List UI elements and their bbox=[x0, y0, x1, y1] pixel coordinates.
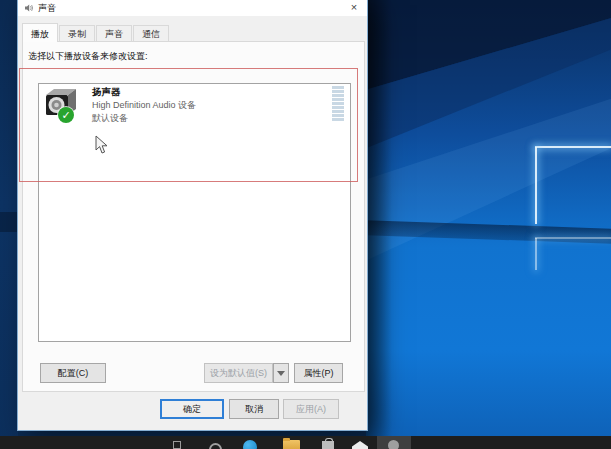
device-list[interactable]: ✓ 扬声器 High Definition Audio 设备 默认设备 bbox=[38, 83, 351, 342]
device-status: 默认设备 bbox=[92, 112, 128, 125]
playback-tab-page: 选择以下播放设备来修改设置: ✓ 扬声器 High Definition Aud… bbox=[22, 41, 365, 392]
mouse-cursor bbox=[95, 135, 109, 155]
edge-browser-icon[interactable] bbox=[243, 440, 257, 449]
speaker-icon bbox=[24, 3, 34, 13]
store-icon[interactable] bbox=[322, 441, 334, 449]
set-default-dropdown-button[interactable] bbox=[273, 363, 289, 383]
properties-button[interactable]: 属性(P) bbox=[294, 363, 343, 383]
sound-dialog: 声音 × 播放 录制 声音 通信 选择以下播放设备来修改设置: bbox=[17, 0, 368, 431]
file-explorer-icon[interactable] bbox=[283, 440, 300, 449]
close-icon[interactable]: × bbox=[343, 0, 365, 15]
wallpaper-dark-band-left bbox=[0, 212, 18, 232]
dialog-title: 声音 bbox=[38, 0, 56, 16]
instruction-text: 选择以下播放设备来修改设置: bbox=[28, 50, 148, 63]
dialog-titlebar[interactable]: 声音 × bbox=[18, 0, 367, 16]
default-device-check-icon: ✓ bbox=[58, 107, 74, 123]
wallpaper-window-glow-line bbox=[535, 146, 611, 148]
ok-button[interactable]: 确定 bbox=[160, 399, 224, 419]
tabstrip: 播放 录制 声音 通信 bbox=[22, 23, 170, 42]
apply-button[interactable]: 应用(A) bbox=[283, 399, 339, 419]
tab-communications[interactable]: 通信 bbox=[133, 25, 169, 42]
cortana-icon[interactable] bbox=[209, 443, 222, 449]
set-default-button[interactable]: 设为默认值(S) bbox=[204, 363, 273, 383]
active-app-icon bbox=[388, 440, 399, 449]
device-item-speakers[interactable]: ✓ 扬声器 High Definition Audio 设备 默认设备 bbox=[39, 84, 350, 124]
mail-icon[interactable] bbox=[352, 441, 368, 449]
desktop-wallpaper bbox=[366, 0, 611, 449]
wallpaper-window-glow-line bbox=[535, 147, 537, 224]
device-name: 扬声器 bbox=[92, 86, 121, 99]
taskbar bbox=[0, 436, 611, 449]
cancel-button[interactable]: 取消 bbox=[229, 399, 279, 419]
desktop-wallpaper-left bbox=[0, 0, 18, 449]
device-description: High Definition Audio 设备 bbox=[92, 99, 196, 112]
wallpaper-window-glow-line bbox=[535, 238, 537, 270]
volume-level-meter bbox=[332, 86, 344, 122]
wallpaper-window-glow-line bbox=[535, 237, 611, 239]
active-app-taskbar-button[interactable] bbox=[377, 436, 411, 449]
tab-sounds[interactable]: 声音 bbox=[96, 25, 132, 42]
tab-playback[interactable]: 播放 bbox=[22, 23, 58, 42]
tab-recording[interactable]: 录制 bbox=[59, 25, 95, 42]
configure-button[interactable]: 配置(C) bbox=[40, 363, 106, 383]
chevron-down-icon bbox=[277, 371, 285, 376]
tray-window-icon[interactable] bbox=[173, 441, 181, 449]
desktop: 声音 × 播放 录制 声音 通信 选择以下播放设备来修改设置: bbox=[0, 0, 611, 449]
dialog-drop-shadow bbox=[366, 0, 392, 449]
